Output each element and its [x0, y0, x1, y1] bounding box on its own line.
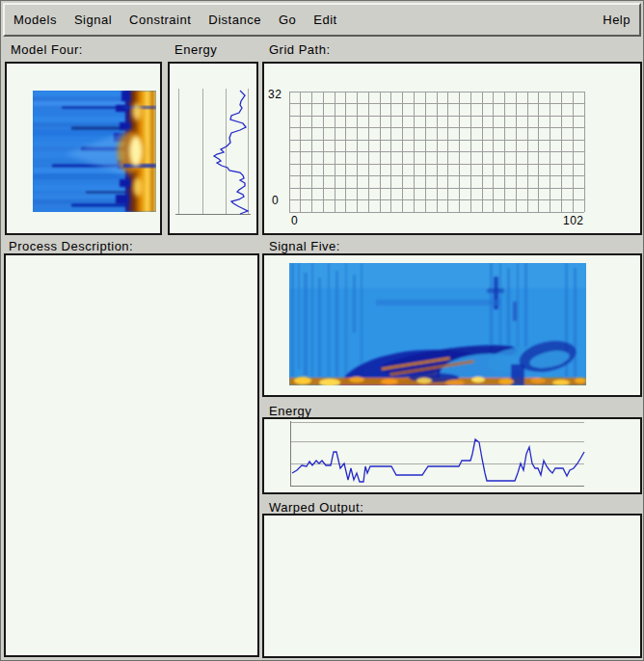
grid-x-min-label: 0	[291, 215, 298, 226]
energy-left-canvas	[168, 62, 258, 235]
menu-help[interactable]: Help	[594, 11, 639, 29]
signal-five-canvas	[262, 253, 642, 397]
model-four-spectrogram	[33, 91, 156, 212]
energy-bottom-label: Energy	[269, 405, 311, 417]
energy-left-plot	[170, 64, 256, 233]
signal-five-spectrogram	[289, 263, 586, 385]
warped-output-box[interactable]	[262, 514, 642, 658]
grid-y-max-label: 32	[268, 89, 282, 100]
grid-path-grid	[264, 64, 640, 233]
process-description-box[interactable]	[4, 253, 259, 657]
grid-path-label: Grid Path:	[269, 43, 331, 56]
energy-bottom-line	[292, 439, 584, 482]
grid-y-min-label: 0	[272, 195, 279, 206]
process-description-label: Process Description:	[9, 240, 133, 252]
energy-left-line	[214, 91, 248, 214]
energy-bottom-canvas	[262, 417, 642, 494]
menu-go[interactable]: Go	[270, 11, 305, 29]
warped-output-label: Warped Output:	[269, 501, 363, 514]
energy-left-label: Energy	[174, 43, 217, 56]
menu-constraint[interactable]: Constraint	[121, 11, 200, 29]
menu-bar: Models Signal Constraint Distance Go Edi…	[3, 3, 641, 37]
app-window: Models Signal Constraint Distance Go Edi…	[0, 0, 644, 661]
grid-path-canvas: 32 0 0 102	[262, 62, 642, 235]
menu-signal[interactable]: Signal	[66, 11, 121, 29]
menu-distance[interactable]: Distance	[200, 11, 270, 29]
grid-x-max-label: 102	[563, 215, 584, 226]
energy-bottom-plot	[264, 419, 640, 492]
menu-edit[interactable]: Edit	[305, 11, 345, 29]
model-four-canvas	[5, 62, 162, 235]
menu-models[interactable]: Models	[5, 11, 66, 29]
signal-five-label: Signal Five:	[269, 240, 340, 252]
model-four-label: Model Four:	[11, 43, 83, 56]
